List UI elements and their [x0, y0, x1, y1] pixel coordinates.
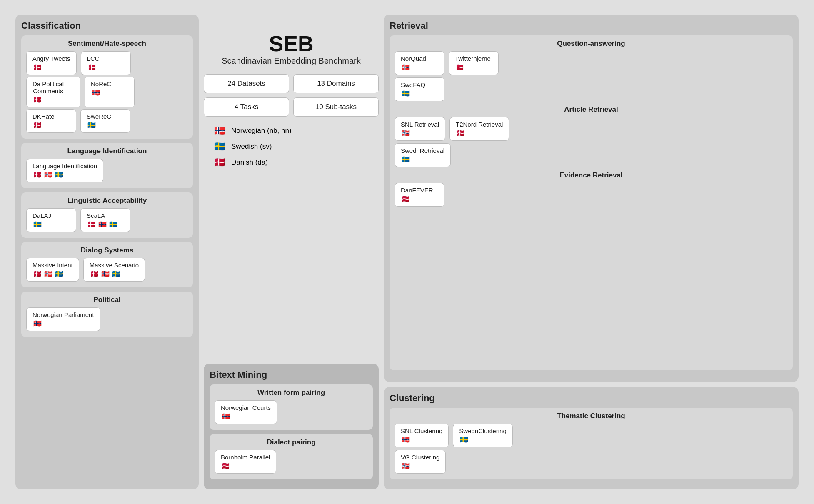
norwegian-flag: 🇳🇴	[221, 413, 231, 420]
retrieval-content: Question-answering NorQuad 🇳🇴 Twitterhje…	[390, 35, 793, 374]
swerec-box: SweReC 🇸🇪	[80, 109, 130, 133]
article-retrieval-inner: Article Retrieval SNL Retrieval 🇳🇴 T2Nor…	[395, 105, 788, 167]
clustering-title: Clustering	[390, 393, 793, 404]
seb-title: SEB	[269, 31, 314, 56]
angry-tweets-box: Angry Tweets 🇩🇰	[26, 51, 77, 75]
t2nord-box: T2Nord Retrieval 🇩🇰	[449, 117, 509, 141]
lang-id-section: Language Identification Language Identif…	[21, 143, 193, 188]
retrieval-title: Retrieval	[390, 20, 793, 31]
written-form-section: Written form pairing Norwegian Courts 🇳🇴	[210, 384, 373, 430]
norwegian-courts-box: Norwegian Courts 🇳🇴	[215, 400, 277, 424]
thematic-clustering-section: Thematic Clustering SNL Clustering 🇳🇴 Sw…	[390, 408, 793, 479]
danish-flag: 🇩🇰	[32, 270, 42, 278]
written-form-title: Written form pairing	[215, 389, 368, 397]
dialog-section: Dialog Systems Massive Intent 🇩🇰 🇳🇴 🇸🇪 M…	[21, 242, 193, 287]
norwegian-flag-legend: 🇳🇴	[212, 125, 227, 137]
norquad-box: NorQuad 🇳🇴	[395, 51, 444, 75]
norwegian-flag: 🇳🇴	[401, 462, 411, 470]
norwegian-flag: 🇳🇴	[91, 89, 101, 97]
political-section: Political Norwegian Parliament 🇳🇴	[21, 292, 193, 337]
dialect-title: Dialect pairing	[215, 438, 368, 447]
swedish-flag: 🇸🇪	[54, 270, 64, 278]
stat-tasks: 4 Tasks	[204, 97, 289, 117]
dkhate-box: DKHate 🇩🇰	[26, 109, 76, 133]
swedn-retrieval-box: SwednRetrieval 🇸🇪	[395, 143, 451, 167]
lang-id-box: Language Identification 🇩🇰 🇳🇴 🇸🇪	[26, 159, 103, 182]
swedish-flag: 🇸🇪	[459, 436, 469, 444]
norwegian-flag: 🇳🇴	[43, 171, 53, 179]
evidence-retrieval-inner: Evidence Retrieval DanFEVER 🇩🇰	[395, 171, 788, 207]
scala-box: ScaLA 🇩🇰 🇳🇴 🇸🇪	[80, 208, 130, 232]
danish-flag: 🇩🇰	[32, 64, 42, 71]
norwegian-flag: 🇳🇴	[97, 221, 107, 228]
swedn-clustering-box: SwednClustering 🇸🇪	[453, 424, 512, 447]
vg-clustering-box: VG Clustering 🇳🇴	[395, 450, 446, 474]
dialect-section: Dialect pairing Bornholm Parallel 🇩🇰	[210, 434, 373, 479]
danish-flag: 🇩🇰	[90, 270, 100, 278]
lang-id-title: Language Identification	[26, 147, 188, 155]
norwegian-flag: 🇳🇴	[100, 270, 110, 278]
article-retrieval-title: Article Retrieval	[395, 105, 788, 114]
bornholm-parallel-box: Bornholm Parallel 🇩🇰	[215, 450, 276, 474]
thematic-clustering-title: Thematic Clustering	[395, 412, 788, 420]
middle-panel: SEB Scandinavian Embedding Benchmark 24 …	[204, 15, 379, 489]
swedish-flag: 🇸🇪	[401, 156, 411, 163]
danish-flag: 🇩🇰	[32, 96, 42, 104]
swedish-flag: 🇸🇪	[111, 270, 121, 278]
lcc-box: LCC 🇩🇰	[81, 51, 131, 75]
twitterhjerne-box: Twitterhjerne 🇩🇰	[449, 51, 499, 75]
danish-flag: 🇩🇰	[32, 122, 42, 129]
sentiment-row1: Angry Tweets 🇩🇰 LCC 🇩🇰	[26, 51, 188, 75]
norwegian-flag: 🇳🇴	[401, 130, 411, 137]
seb-info: SEB Scandinavian Embedding Benchmark 24 …	[204, 15, 379, 359]
bitext-title: Bitext Mining	[210, 369, 373, 380]
danish-flag: 🇩🇰	[32, 171, 42, 179]
stat-datasets: 24 Datasets	[204, 74, 289, 93]
retrieval-panel: Retrieval Question-answering NorQuad 🇳🇴 …	[384, 15, 799, 382]
swedish-flag: 🇸🇪	[87, 122, 97, 129]
legend-swedish: 🇸🇪 Swedish (sv)	[212, 141, 379, 152]
classification-title: Classification	[21, 20, 193, 31]
classification-panel: Classification Sentiment/Hate-speech Ang…	[15, 15, 199, 489]
stats-grid: 24 Datasets 13 Domains 4 Tasks 10 Sub-ta…	[204, 74, 379, 117]
snl-retrieval-box: SNL Retrieval 🇳🇴	[395, 117, 445, 141]
qa-title: Question-answering	[395, 40, 788, 48]
linguistic-title: Linguistic Acceptability	[26, 197, 188, 205]
danish-flag: 🇩🇰	[87, 221, 97, 228]
linguistic-section: Linguistic Acceptability DaLAJ 🇸🇪 ScaLA …	[21, 192, 193, 238]
seb-subtitle: Scandinavian Embedding Benchmark	[222, 56, 361, 66]
danish-flag: 🇩🇰	[221, 462, 231, 470]
danish-flag: 🇩🇰	[401, 195, 411, 203]
swedish-flag: 🇸🇪	[108, 221, 118, 228]
snl-clustering-box: SNL Clustering 🇳🇴	[395, 424, 449, 447]
danish-flag: 🇩🇰	[87, 64, 97, 71]
clustering-panel: Clustering Thematic Clustering SNL Clust…	[384, 387, 799, 489]
sentiment-row2: Da PoliticalComments 🇩🇰 NoReC 🇳🇴	[26, 77, 188, 107]
norwegian-flag: 🇳🇴	[401, 436, 411, 444]
norwegian-parliament-box: Norwegian Parliament 🇳🇴	[26, 307, 100, 331]
dalaj-box: DaLAJ 🇸🇪	[26, 208, 76, 232]
qa-section: Question-answering NorQuad 🇳🇴 Twitterhje…	[390, 35, 793, 370]
danfever-box: DanFEVER 🇩🇰	[395, 183, 444, 207]
swedish-flag: 🇸🇪	[401, 90, 411, 97]
norwegian-flag: 🇳🇴	[401, 64, 411, 71]
da-political-box: Da PoliticalComments 🇩🇰	[26, 77, 80, 107]
massive-scenario-box: Massive Scenario 🇩🇰 🇳🇴 🇸🇪	[83, 258, 145, 282]
legend-danish: 🇩🇰 Danish (da)	[212, 157, 379, 168]
norec-box: NoReC 🇳🇴	[85, 77, 135, 107]
norwegian-flag: 🇳🇴	[43, 270, 53, 278]
swedish-flag: 🇸🇪	[32, 221, 42, 228]
sentiment-title: Sentiment/Hate-speech	[26, 40, 188, 48]
main-container: Classification Sentiment/Hate-speech Ang…	[7, 6, 807, 498]
political-title: Political	[26, 296, 188, 304]
swedish-flag: 🇸🇪	[54, 171, 64, 179]
danish-flag-legend: 🇩🇰	[212, 157, 227, 168]
sentiment-section: Sentiment/Hate-speech Angry Tweets 🇩🇰 LC…	[21, 35, 193, 139]
bitext-panel: Bitext Mining Written form pairing Norwe…	[204, 364, 379, 489]
stat-subtasks: 10 Sub-tasks	[293, 97, 379, 117]
danish-flag: 🇩🇰	[455, 64, 465, 71]
sentiment-row3: DKHate 🇩🇰 SweReC 🇸🇪	[26, 109, 188, 133]
norwegian-flag: 🇳🇴	[32, 320, 42, 327]
swefaq-box: SweFAQ 🇸🇪	[395, 77, 444, 101]
swedish-flag-legend: 🇸🇪	[212, 141, 227, 152]
